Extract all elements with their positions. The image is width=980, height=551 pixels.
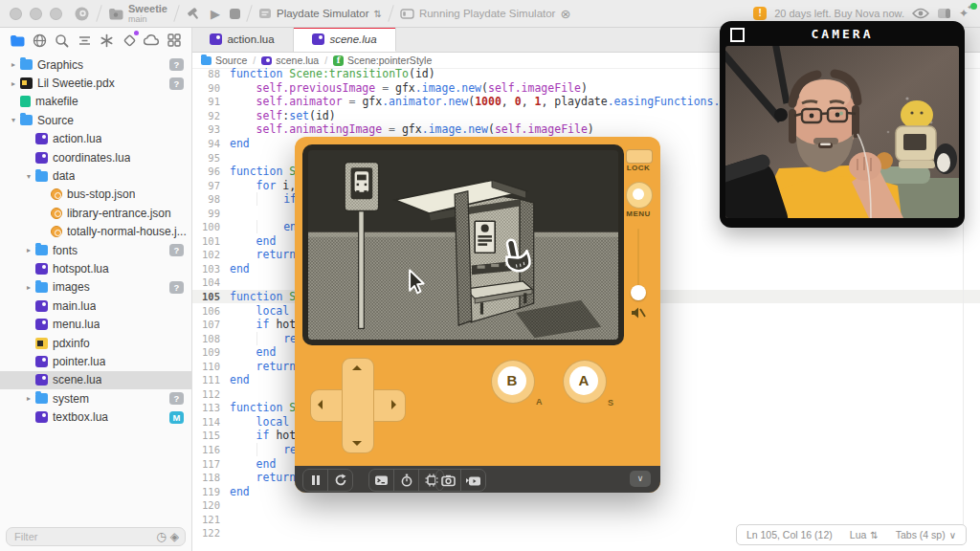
screenshot-icon[interactable] bbox=[436, 470, 460, 491]
dpad[interactable] bbox=[310, 358, 406, 453]
lock-button[interactable] bbox=[626, 149, 653, 164]
project-selector[interactable]: Sweetie main bbox=[108, 4, 167, 24]
speaker-muted-icon[interactable] bbox=[631, 306, 646, 323]
filter-bar[interactable]: ◷ ◈ bbox=[6, 527, 186, 546]
panel-icon[interactable] bbox=[937, 8, 951, 19]
tree-item-images[interactable]: ▸images? bbox=[0, 278, 191, 297]
a-button[interactable]: A bbox=[563, 360, 607, 404]
b-button[interactable]: B bbox=[491, 360, 535, 404]
record-icon[interactable] bbox=[460, 470, 485, 491]
search-icon[interactable] bbox=[54, 32, 71, 49]
close-window-icon[interactable] bbox=[10, 8, 22, 20]
tree-item-main-lua[interactable]: main.lua bbox=[0, 297, 191, 315]
reports-grid-icon[interactable] bbox=[166, 32, 183, 49]
console-icon[interactable] bbox=[369, 470, 393, 491]
minimize-window-icon[interactable] bbox=[30, 8, 42, 20]
remote-globe-icon[interactable] bbox=[31, 32, 48, 49]
code-line-120[interactable]: 120 bbox=[191, 498, 980, 513]
restart-icon[interactable] bbox=[327, 470, 352, 491]
tree-item-source[interactable]: ▾Source bbox=[0, 111, 191, 129]
run-play-icon[interactable]: ▶ bbox=[211, 7, 220, 21]
tree-item-label: Graphics bbox=[37, 58, 83, 72]
line-number: 110 bbox=[191, 361, 220, 372]
line-number: 114 bbox=[191, 416, 220, 428]
tree-item-system[interactable]: ▸system? bbox=[0, 389, 191, 408]
tree-item-pdxinfo[interactable]: pdxinfo bbox=[0, 334, 191, 352]
breadcrumb-file[interactable]: scene.lua bbox=[276, 55, 319, 66]
crank-slider-track[interactable] bbox=[637, 229, 639, 292]
code-text: function Scene:transitionTo(id) bbox=[230, 67, 435, 80]
line-number: 102 bbox=[191, 249, 220, 260]
symbols-icon[interactable] bbox=[76, 32, 93, 49]
files-icon[interactable] bbox=[9, 32, 26, 49]
chevron-right-icon[interactable]: ▸ bbox=[23, 283, 34, 292]
function-icon: f bbox=[333, 55, 344, 66]
tree-item-bus-stop-json[interactable]: bus-stop.json bbox=[0, 186, 191, 204]
tree-item-textbox-lua[interactable]: textbox.luaM bbox=[0, 408, 191, 426]
tree-item-hotspot-lua[interactable]: hotspot.lua bbox=[0, 259, 191, 277]
dpad-vertical[interactable] bbox=[342, 358, 374, 453]
tags-icon[interactable] bbox=[121, 32, 138, 49]
tree-item-coordinates-lua[interactable]: coordinates.lua bbox=[0, 148, 191, 166]
line-number: 101 bbox=[191, 235, 220, 247]
code-text: end bbox=[230, 485, 250, 498]
chevron-right-icon[interactable]: ▸ bbox=[23, 246, 34, 254]
tree-item-label: totally-normal-house.j... bbox=[67, 225, 187, 238]
tree-item-menu-lua[interactable]: menu.lua bbox=[0, 315, 191, 333]
tree-item-totally-normal-house-j-[interactable]: totally-normal-house.j... bbox=[0, 223, 191, 241]
build-hammer-icon[interactable] bbox=[186, 7, 201, 21]
tree-item-scene-lua[interactable]: scene.lua bbox=[0, 371, 191, 389]
chevron-down-icon[interactable]: ▾ bbox=[8, 116, 19, 124]
tree-item-data[interactable]: ▾data bbox=[0, 166, 191, 185]
running-task[interactable]: Running Playdate Simulator ⊗ bbox=[400, 7, 570, 21]
zoom-window-icon[interactable] bbox=[50, 8, 62, 20]
chevron-right-icon[interactable]: ▸ bbox=[8, 79, 19, 88]
eye-icon[interactable] bbox=[912, 8, 929, 19]
line-number: 92 bbox=[191, 110, 220, 121]
tab-action-lua[interactable]: action.lua bbox=[191, 27, 294, 52]
cursor-position[interactable]: Ln 105, Col 16 (12) bbox=[746, 529, 833, 540]
tree-item-makefile[interactable]: makefile bbox=[0, 93, 191, 111]
cloud-icon[interactable] bbox=[144, 32, 161, 49]
tree-item-lil-sweetie-pdx[interactable]: ▸Lil Sweetie.pdx? bbox=[0, 74, 191, 92]
stop-icon[interactable] bbox=[230, 9, 240, 19]
sparkles-icon[interactable]: ✦✦ bbox=[959, 7, 969, 20]
chevron-right-icon[interactable]: ▸ bbox=[8, 60, 19, 69]
code-text: end bbox=[230, 234, 276, 248]
breadcrumb-symbol[interactable]: Scene:pointerStyle bbox=[347, 55, 432, 66]
chevron-right-icon[interactable]: ▸ bbox=[23, 394, 34, 403]
stopwatch-icon[interactable] bbox=[393, 470, 418, 491]
webcam-header: CAMERA bbox=[720, 21, 965, 46]
line-number: 103 bbox=[191, 263, 220, 275]
sidebar: ▸Graphics?▸Lil Sweetie.pdx?makefile▾Sour… bbox=[0, 27, 192, 551]
crank-slider-knob[interactable] bbox=[631, 285, 646, 300]
clips-asterisk-icon[interactable] bbox=[99, 32, 116, 49]
chevron-down-icon[interactable]: ∨ bbox=[630, 471, 651, 487]
indentation-selector[interactable]: Tabs (4 sp)∨ bbox=[896, 529, 956, 540]
tree-item-graphics[interactable]: ▸Graphics? bbox=[0, 55, 191, 74]
b-button-face: B bbox=[498, 366, 526, 395]
tree-item-fonts[interactable]: ▸fonts? bbox=[0, 241, 191, 259]
menu-button[interactable] bbox=[626, 182, 653, 209]
playdate-simulator-window[interactable]: LOCK MENU B A A S ∨ bbox=[295, 137, 660, 493]
tree-item-label: hotspot.lua bbox=[53, 262, 109, 276]
tree-item-pointer-lua[interactable]: pointer.lua bbox=[0, 352, 191, 370]
tab-scene-lua[interactable]: scene.lua bbox=[294, 27, 396, 52]
chevron-down-icon[interactable]: ▾ bbox=[23, 172, 34, 181]
tree-item-library-entrance-json[interactable]: library-entrance.json bbox=[0, 204, 191, 222]
code-text: ret bbox=[230, 443, 303, 456]
language-selector[interactable]: Lua⇅ bbox=[850, 529, 879, 540]
run-target-selector[interactable]: Playdate Simulator ⇅ bbox=[258, 8, 382, 19]
traffic-lights[interactable] bbox=[10, 8, 62, 20]
game-screen[interactable] bbox=[308, 150, 618, 340]
tag-filter-icon[interactable]: ◈ bbox=[170, 531, 179, 542]
clock-icon[interactable]: ◷ bbox=[156, 531, 166, 542]
lua-icon bbox=[35, 374, 48, 386]
filter-input[interactable] bbox=[12, 530, 152, 543]
pause-icon[interactable] bbox=[303, 470, 327, 491]
task-cancel-icon[interactable]: ⊗ bbox=[560, 7, 570, 21]
line-number: 120 bbox=[191, 499, 220, 511]
tree-item-action-lua[interactable]: action.lua bbox=[0, 130, 191, 148]
breadcrumb-source[interactable]: Source bbox=[215, 55, 247, 66]
line-number: 121 bbox=[191, 514, 220, 525]
